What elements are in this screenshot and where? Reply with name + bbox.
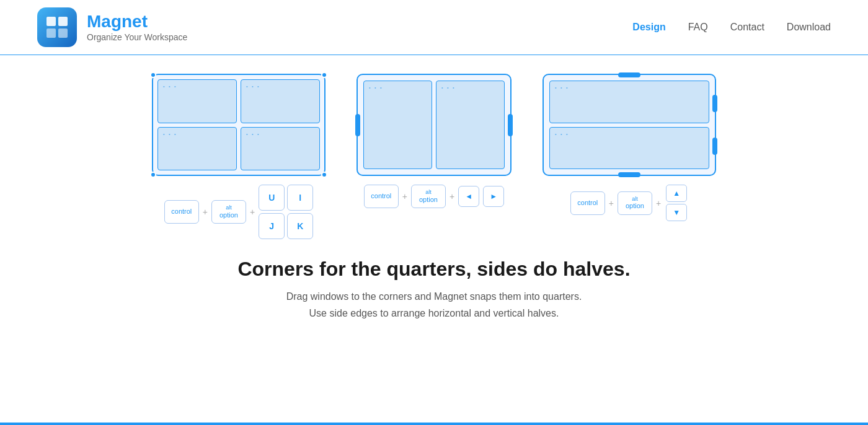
halves-v-diagram-group: control + alt option + ◄ ► [356,74,512,208]
half-left [363,81,432,169]
app-icon [37,7,77,47]
svg-rect-1 [58,17,68,26]
half-top [549,81,709,123]
i-key: I [287,185,313,211]
logo-area: Magnet Organize Your Workspace [37,7,187,47]
quarter-cell-tr [241,79,320,123]
corner-bl [150,172,156,178]
svg-rect-2 [46,28,56,38]
up-down-keys: ▲ ▼ [665,185,688,221]
control-key-3: control [570,191,605,215]
handle-bottom [618,172,640,177]
headline-subtitle: Drag windows to the corners and Magnet s… [237,288,630,322]
nav-faq[interactable]: FAQ [688,22,708,33]
quarters-window [152,74,326,176]
down-arrow-key: ▼ [666,204,687,221]
j-key: J [259,213,285,239]
handle-top [618,72,640,77]
plus-4: + [450,191,454,201]
nav-design[interactable]: Design [632,22,665,33]
uijk-keys: U I J K [259,185,313,239]
main-content: control + alt option + U I J K [0,55,868,346]
quarter-cell-br [241,127,320,171]
halves-h-shortcut: control + alt option + ▲ ▼ [570,185,688,221]
corner-tr [321,72,327,78]
plus-2: + [250,207,255,217]
diagrams-row: control + alt option + U I J K [124,74,744,239]
nav-contact[interactable]: Contact [730,22,764,33]
quarters-shortcut: control + alt option + U I J K [164,185,313,239]
plus-1: + [203,207,208,217]
plus-5: + [609,198,614,208]
k-key: K [287,213,313,239]
svg-rect-0 [46,17,56,26]
app-subtitle: Organize Your Workspace [87,32,187,42]
halves-h-diagram-group: control + alt option + ▲ ▼ [542,74,716,221]
handle-bot-right [712,138,717,155]
app-title: Magnet [87,12,187,32]
plus-3: + [402,191,407,201]
handle-left [355,114,360,136]
control-key-2: control [364,185,399,208]
headline-section: Corners for the quarters, sides do halve… [237,258,630,322]
logo-text: Magnet Organize Your Workspace [87,12,187,43]
subtitle-line1: Drag windows to the corners and Magnet s… [286,291,582,302]
halves-h-window [542,74,716,176]
alt-option-key-2: alt option [411,185,446,208]
corner-tl [150,72,156,78]
headline-title: Corners for the quarters, sides do halve… [237,258,630,281]
main-nav: Design FAQ Contact Download [632,22,831,33]
quarters-diagram-group: control + alt option + U I J K [152,74,326,239]
right-arrow-key: ► [483,186,504,207]
corner-br [321,172,327,178]
halves-v-shortcut: control + alt option + ◄ ► [364,185,504,208]
nav-download[interactable]: Download [787,22,831,33]
halves-v-window [356,74,512,176]
up-arrow-key: ▲ [666,185,687,202]
quarter-cell-bl [157,127,237,171]
control-key: control [164,200,199,224]
alt-option-key: alt option [211,200,246,224]
handle-right [508,114,513,136]
svg-rect-3 [58,28,68,38]
alt-option-key-3: alt option [618,191,652,215]
half-bottom [549,127,709,170]
u-key: U [259,185,285,211]
left-arrow-key: ◄ [458,186,479,207]
subtitle-line2: Use side edges to arrange horizontal and… [309,308,559,318]
quarter-cell-tl [157,79,237,123]
plus-6: + [656,198,661,208]
handle-top-right [712,95,717,112]
half-right [436,81,505,169]
site-header: Magnet Organize Your Workspace Design FA… [0,0,868,55]
